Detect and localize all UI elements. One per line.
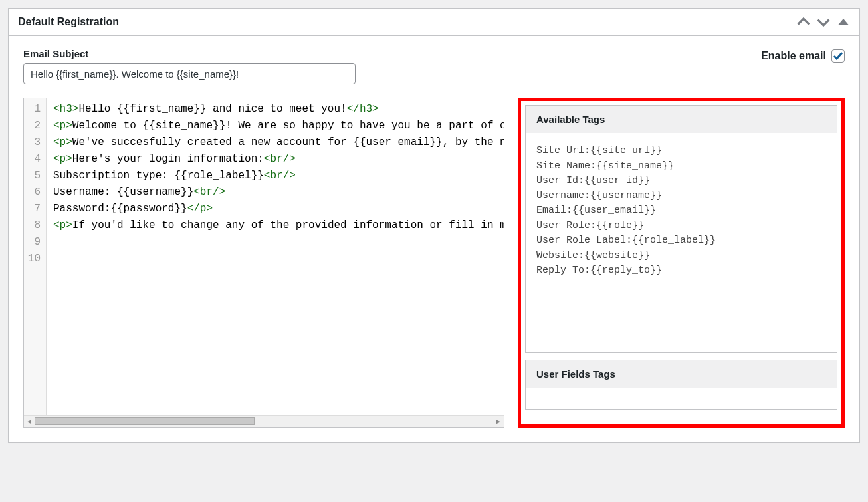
scroll-left-icon[interactable]: ◄ [24,416,35,427]
tag-item[interactable]: User Id:{{user_id}} [536,174,826,189]
move-up-icon[interactable] [797,15,810,29]
enable-email-toggle: Enable email [761,48,845,63]
top-row: Email Subject Enable email [23,48,845,84]
panel-title: Default Registration [18,16,797,28]
user-fields-tags-title: User Fields Tags [526,360,837,388]
code-line[interactable]: <h3>Hello {{first_name}} and nice to mee… [53,101,497,118]
code-line[interactable]: Username: {{username}}<br/> [53,184,497,201]
tag-item[interactable]: User Role Label:{{role_label}} [536,233,826,249]
collapse-icon[interactable] [837,15,850,29]
code-line[interactable] [53,234,497,251]
scrollbar-track[interactable] [35,416,493,427]
scrollbar-thumb[interactable] [35,417,255,425]
available-tags-list: Site Url:{{site_url}}Site Name:{{site_na… [526,133,837,352]
user-fields-tags-list [526,388,837,409]
scroll-right-icon[interactable]: ► [493,416,504,427]
code-line[interactable]: Subscription type: {{role_label}}<br/> [53,168,497,184]
available-tags-title: Available Tags [526,106,837,133]
horizontal-scrollbar[interactable]: ◄ ► [24,415,504,427]
code-line[interactable] [53,251,497,267]
panel-controls [797,15,850,29]
enable-email-checkbox[interactable] [831,49,845,63]
move-down-icon[interactable] [817,15,830,29]
code-line[interactable]: Password:{{password}}</p> [53,201,497,217]
panel-header: Default Registration [9,9,859,36]
available-tags-panel: Available Tags Site Url:{{site_url}}Site… [525,105,837,353]
code-line[interactable]: <p>Here's your login information:<br/> [53,151,497,168]
tag-item[interactable]: Email:{{user_email}} [536,203,826,219]
body-row: 12345678910 <h3>Hello {{first_name}} and… [23,98,845,428]
code-lines[interactable]: <h3>Hello {{first_name}} and nice to mee… [47,98,504,415]
subject-field: Email Subject [23,48,356,84]
tags-sidebar: Available Tags Site Url:{{site_url}}Site… [518,98,845,428]
code-line[interactable]: <p>If you'd like to change any of the pr… [53,217,497,234]
tag-item[interactable]: Site Url:{{site_url}} [536,144,826,159]
tag-item[interactable]: Reply To:{{reply_to}} [536,263,826,279]
subject-input[interactable] [23,63,356,84]
enable-email-label: Enable email [761,50,826,62]
user-fields-tags-panel: User Fields Tags [525,360,837,410]
code-editor[interactable]: 12345678910 <h3>Hello {{first_name}} and… [23,98,504,428]
code-line[interactable]: <p>We've succesfully created a new accou… [53,134,497,151]
tag-item[interactable]: Site Name:{{site_name}} [536,159,826,174]
line-gutter: 12345678910 [24,98,47,415]
tag-item[interactable]: Username:{{username}} [536,189,826,204]
code-area[interactable]: 12345678910 <h3>Hello {{first_name}} and… [24,98,504,415]
registration-panel: Default Registration Email Subject Enabl… [8,8,860,443]
tag-item[interactable]: User Role:{{role}} [536,219,826,234]
subject-label: Email Subject [23,48,356,59]
panel-body: Email Subject Enable email 12345678910 <… [9,36,859,442]
tag-item[interactable]: Website:{{website}} [536,249,826,264]
code-line[interactable]: <p>Welcome to {{site_name}}! We are so h… [53,118,497,134]
